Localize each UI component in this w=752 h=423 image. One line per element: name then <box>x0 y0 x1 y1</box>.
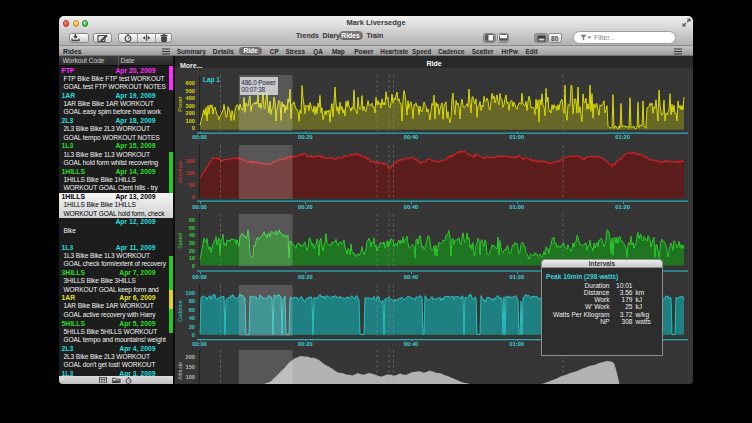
svg-text:01:00: 01:00 <box>510 204 525 210</box>
svg-text:01:00: 01:00 <box>510 274 525 280</box>
svg-text:01:20: 01:20 <box>615 204 630 210</box>
svg-text:Lap 1: Lap 1 <box>203 76 220 84</box>
svg-text:100: 100 <box>186 290 196 296</box>
svg-text:60: 60 <box>189 307 195 313</box>
svg-text:01:00: 01:00 <box>510 134 525 140</box>
svg-text:00:40: 00:40 <box>404 341 419 347</box>
svg-text:200: 200 <box>186 110 196 116</box>
svg-text:0: 0 <box>192 263 195 269</box>
svg-text:20: 20 <box>189 248 195 254</box>
svg-text:01:20: 01:20 <box>615 134 630 140</box>
svg-text:00:00: 00:00 <box>192 204 207 210</box>
svg-text:0: 0 <box>192 332 195 338</box>
svg-text:400: 400 <box>186 95 196 101</box>
svg-text:00:00: 00:00 <box>192 134 207 140</box>
svg-text:Altitude: Altitude <box>177 362 183 380</box>
svg-text:00:20: 00:20 <box>298 274 313 280</box>
svg-text:200: 200 <box>186 354 196 360</box>
svg-text:40: 40 <box>189 232 195 238</box>
svg-text:100: 100 <box>186 170 196 176</box>
svg-text:Power: Power <box>177 96 183 111</box>
svg-text:20: 20 <box>189 324 195 330</box>
svg-text:00:20: 00:20 <box>298 341 313 347</box>
svg-text:00:20: 00:20 <box>298 204 313 210</box>
svg-text:00:40: 00:40 <box>404 274 419 280</box>
svg-text:Heartrate: Heartrate <box>177 161 183 183</box>
svg-text:150: 150 <box>186 158 196 164</box>
svg-text:50: 50 <box>189 225 195 231</box>
svg-text:01:00: 01:00 <box>510 341 525 347</box>
svg-text:600: 600 <box>186 80 196 86</box>
svg-text:00:00: 00:00 <box>192 274 207 280</box>
svg-text:500: 500 <box>186 88 196 94</box>
svg-text:00:20: 00:20 <box>298 134 313 140</box>
svg-text:00:40: 00:40 <box>404 134 419 140</box>
svg-text:0: 0 <box>192 125 195 131</box>
svg-text:50: 50 <box>189 182 195 188</box>
svg-text:300: 300 <box>186 103 196 109</box>
svg-text:00:00: 00:00 <box>192 341 207 347</box>
svg-text:150: 150 <box>186 364 196 370</box>
svg-text:40: 40 <box>189 315 195 321</box>
svg-text:Cadence: Cadence <box>177 300 183 322</box>
svg-text:80: 80 <box>189 298 195 304</box>
svg-text:00:40: 00:40 <box>404 204 419 210</box>
svg-text:30: 30 <box>189 240 195 246</box>
svg-text:0: 0 <box>192 194 195 200</box>
svg-text:100: 100 <box>186 374 196 380</box>
svg-text:60: 60 <box>189 217 195 223</box>
svg-text:100: 100 <box>186 118 196 124</box>
svg-text:10: 10 <box>189 255 195 261</box>
svg-text:Speed: Speed <box>177 233 183 249</box>
